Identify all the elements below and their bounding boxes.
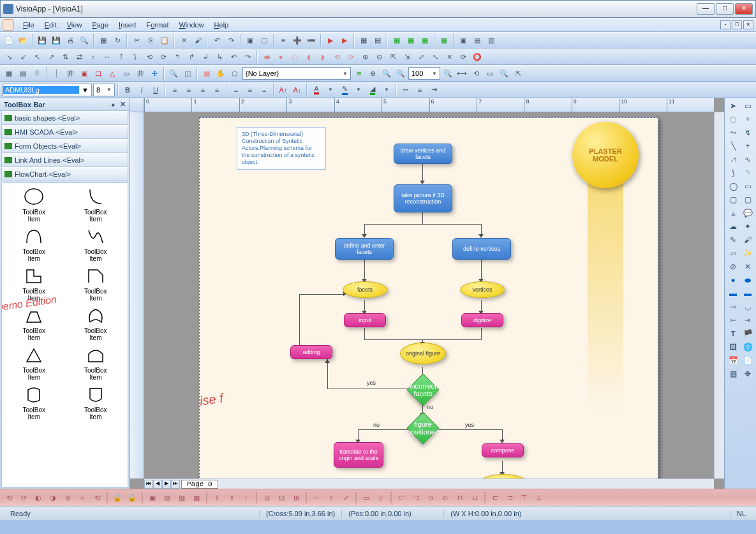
fill-round-tool[interactable]: ▬: [741, 287, 755, 300]
arrow-icon[interactable]: ⇄: [73, 50, 85, 63]
toolbox-item[interactable]: ToolBoxItem: [4, 304, 64, 341]
b-icon[interactable]: ⫎: [410, 491, 422, 504]
zoom-out-icon[interactable]: 🔍: [394, 67, 407, 80]
layer-icon[interactable]: ≋: [352, 67, 365, 80]
category-flowchart[interactable]: FlowChart-<Eval>: [1, 167, 128, 181]
node-translate[interactable]: translate to the origin and scale: [334, 442, 383, 468]
align-icon[interactable]: ▭: [120, 67, 133, 80]
align-icon[interactable]: ✢: [148, 67, 161, 80]
globe-tool[interactable]: 🌐: [741, 341, 755, 353]
rect-tool[interactable]: ▭: [741, 180, 755, 193]
save-all-button[interactable]: 💾: [50, 34, 63, 47]
menu-view[interactable]: View: [62, 20, 87, 30]
shape-icon[interactable]: ⬭: [288, 50, 301, 63]
align-center-button[interactable]: ≡: [182, 84, 195, 96]
maximize-button[interactable]: □: [716, 3, 734, 15]
arrow-icon[interactable]: ⟳: [157, 50, 170, 63]
calendar-tool[interactable]: 📅: [726, 354, 740, 367]
arrow-icon[interactable]: ↔: [101, 50, 114, 63]
layer-combo[interactable]: {No Layer}▼: [242, 67, 351, 80]
b-icon[interactable]: ⊡: [275, 491, 288, 504]
cross-tool[interactable]: +: [741, 140, 755, 152]
roundrect-tool[interactable]: ▢: [726, 193, 740, 206]
shape-poly-icon[interactable]: ⬠: [228, 67, 241, 80]
shape-icon[interactable]: ●: [274, 50, 287, 63]
arrow-icon[interactable]: ⟲: [143, 50, 156, 63]
menu-window[interactable]: Window: [174, 20, 209, 30]
eraser-tool[interactable]: ▱: [726, 247, 740, 260]
node-draw-vertices[interactable]: draw vertices and facets: [394, 144, 452, 164]
redo-button[interactable]: ↷: [225, 34, 237, 47]
save-button[interactable]: 💾: [36, 34, 48, 47]
text-tool[interactable]: T: [726, 327, 740, 340]
italic-button[interactable]: I: [135, 84, 148, 96]
tab-first[interactable]: ⏮: [144, 480, 153, 489]
align-icon[interactable]: 井: [134, 67, 147, 80]
tab-prev[interactable]: ◀: [153, 480, 162, 489]
view1-button[interactable]: ▣: [457, 34, 470, 47]
arrow-icon[interactable]: ↰: [171, 50, 184, 63]
menu-format[interactable]: Format: [142, 20, 174, 30]
valign-mid-button[interactable]: ≡: [244, 84, 256, 96]
hand-icon[interactable]: ✋: [214, 67, 227, 80]
align-icon[interactable]: △: [106, 67, 119, 80]
category-form-objects[interactable]: Form Objects-<Eval>: [1, 139, 128, 153]
shape-icon[interactable]: ◖: [302, 50, 315, 63]
note-box[interactable]: 3D (Three-Dimensional) Construction of S…: [237, 127, 326, 170]
fit-w-icon[interactable]: ⟷: [456, 67, 468, 80]
b-icon[interactable]: ⊞: [290, 491, 302, 504]
toolbox-item[interactable]: ToolBoxItem: [66, 265, 126, 302]
snap-obj-icon[interactable]: ▤: [17, 67, 29, 80]
tilegrid-button[interactable]: ▦: [438, 34, 450, 47]
arrow-icon[interactable]: ↗: [45, 50, 57, 63]
category-link-lines[interactable]: Link And Lines-<Eval>: [1, 153, 128, 167]
tab-next[interactable]: ▶: [162, 480, 171, 489]
bold-button[interactable]: B: [121, 84, 134, 96]
font-color-button[interactable]: A: [310, 84, 323, 96]
b-icon[interactable]: ⫶: [240, 491, 253, 504]
refresh-button[interactable]: ↻: [111, 34, 124, 47]
arrow-icon[interactable]: ↘: [3, 50, 15, 63]
align-right-button[interactable]: ≡: [196, 84, 209, 96]
b-icon[interactable]: ⫍: [395, 491, 408, 504]
align-icon[interactable]: 井: [64, 67, 77, 80]
b-icon[interactable]: ◑: [47, 491, 59, 504]
connector3-tool[interactable]: ⤚: [726, 314, 740, 327]
b-icon[interactable]: ⊓: [454, 491, 466, 504]
menu-file[interactable]: File: [18, 20, 40, 30]
page-tab[interactable]: Page 0: [181, 480, 218, 489]
view2-button[interactable]: ▤: [471, 34, 484, 47]
fill-rect-tool[interactable]: ▬: [726, 287, 740, 300]
arc-tool[interactable]: ◝: [741, 167, 755, 179]
shape-icon[interactable]: ⤢: [415, 50, 427, 63]
shape-icon[interactable]: ⊖: [373, 50, 385, 63]
grid-dots-icon[interactable]: ⠿: [31, 67, 43, 80]
align-icon[interactable]: ▣: [78, 67, 91, 80]
line-color-button[interactable]: ✎: [338, 84, 351, 96]
undo-button[interactable]: ↶: [211, 34, 223, 47]
shape-icon[interactable]: ⟲: [330, 50, 343, 63]
node-input[interactable]: input: [344, 313, 386, 327]
add-point-icon[interactable]: +: [741, 113, 755, 126]
connector-icon[interactable]: ↯: [741, 126, 755, 139]
circle-dash-icon[interactable]: ◌: [726, 113, 740, 126]
connector4-tool[interactable]: ⤛: [741, 314, 755, 327]
table2-button[interactable]: ▦: [404, 34, 417, 47]
remove-button[interactable]: ➖: [305, 34, 318, 47]
b-icon[interactable]: ⊟: [260, 491, 273, 504]
arrow-icon[interactable]: ⤵: [129, 50, 142, 63]
align-left-button[interactable]: ≡: [168, 84, 181, 96]
arrow-icon[interactable]: ↕: [87, 50, 100, 63]
valign-bot-button[interactable]: ⫠: [258, 84, 271, 96]
shape-icon[interactable]: ⭕: [471, 50, 484, 63]
ungroup-button[interactable]: ▢: [258, 34, 271, 47]
layers-button[interactable]: ≡: [277, 34, 290, 47]
toolbox-item[interactable]: ToolBoxItem: [4, 344, 64, 381]
close-panel-icon[interactable]: ✕: [120, 100, 126, 108]
roundrect2-tool[interactable]: ▢: [741, 193, 755, 206]
b-icon[interactable]: ⊤: [518, 491, 531, 504]
canvas-viewport[interactable]: ise f 3D (Three-Dimensional) Constructio…: [144, 112, 714, 478]
scrollbar-vertical[interactable]: [714, 112, 724, 478]
font-combo[interactable]: ADMUI3Lg▼: [3, 84, 92, 96]
db-button[interactable]: ▦: [97, 34, 110, 47]
